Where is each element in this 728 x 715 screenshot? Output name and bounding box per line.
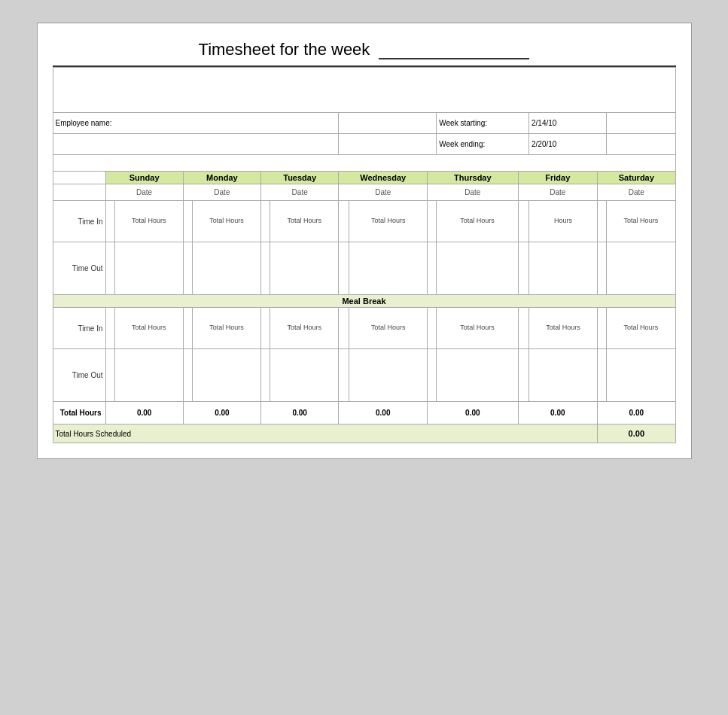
scheduled-value: 0.00 <box>598 424 675 443</box>
wednesday-total-2: Total Hours <box>349 308 428 349</box>
week-ending-value: 2/20/10 <box>528 134 606 155</box>
wednesday-timeout-2[interactable] <box>339 349 349 402</box>
monday-date: Date <box>183 184 260 201</box>
sunday-total-1: Total Hours <box>114 201 183 242</box>
monday-total-2: Total Hours <box>192 308 260 349</box>
time-out-row-1: Time Out <box>53 242 675 295</box>
sunday-total-value: 0.00 <box>105 402 183 424</box>
thursday-timeout-1[interactable] <box>428 242 437 295</box>
sunday-timeout-1[interactable] <box>105 242 114 295</box>
sunday-date: Date <box>105 184 183 201</box>
monday-header: Monday <box>183 172 260 184</box>
saturday-timein-2[interactable] <box>598 308 607 349</box>
tuesday-timein-1[interactable] <box>261 201 270 242</box>
wednesday-total-1: Total Hours <box>349 201 428 242</box>
monday-total-value: 0.00 <box>183 402 260 424</box>
time-in-label-1: Time In <box>53 201 105 242</box>
title-text: Timesheet for the week <box>199 40 370 59</box>
tuesday-timein-2[interactable] <box>261 308 270 349</box>
tuesday-timeout-1[interactable] <box>261 242 270 295</box>
time-out-row-2: Time Out <box>53 349 675 402</box>
wednesday-timein-2[interactable] <box>339 308 349 349</box>
friday-timeout-th-2 <box>528 349 597 402</box>
meal-break-row: Meal Break <box>53 295 675 308</box>
thursday-timeout-th-1 <box>437 242 518 295</box>
thursday-date: Date <box>428 184 518 201</box>
friday-date: Date <box>518 184 598 201</box>
time-in-label-2: Time In <box>53 308 105 349</box>
sunday-timeout-th-2 <box>114 349 183 402</box>
date-row: Date Date Date Date Date Date Date <box>53 184 675 201</box>
friday-header: Friday <box>518 172 598 184</box>
saturday-timein-1[interactable] <box>598 201 607 242</box>
friday-timeout-1[interactable] <box>518 242 528 295</box>
employee-row: Employee name: Week starting: 2/14/10 <box>53 113 675 134</box>
monday-timeout-1[interactable] <box>183 242 192 295</box>
thursday-timein-1[interactable] <box>428 201 437 242</box>
saturday-timeout-2[interactable] <box>598 349 607 402</box>
tuesday-total-value: 0.00 <box>261 402 339 424</box>
saturday-timeout-th-1 <box>607 242 675 295</box>
time-in-row-2: Time In Total Hours Total Hours Total Ho… <box>53 308 675 349</box>
monday-timeout-2[interactable] <box>183 349 192 402</box>
wednesday-total-value: 0.00 <box>339 402 428 424</box>
thursday-timeout-2[interactable] <box>428 349 437 402</box>
wednesday-timeout-th-2 <box>349 349 428 402</box>
top-spacer-row <box>53 68 675 113</box>
saturday-timeout-th-2 <box>607 349 675 402</box>
timesheet-page: Timesheet for the week Employee name: We… <box>37 23 692 459</box>
tuesday-total-2: Total Hours <box>270 308 339 349</box>
friday-total-1: Hours <box>528 201 597 242</box>
friday-total-value: 0.00 <box>518 402 598 424</box>
main-table: Employee name: Week starting: 2/14/10 We… <box>53 67 676 443</box>
tuesday-header: Tuesday <box>261 172 339 184</box>
friday-total-2: Total Hours <box>528 308 597 349</box>
sunday-timein-2[interactable] <box>105 308 114 349</box>
tuesday-timeout-th-1 <box>270 242 339 295</box>
monday-timein-2[interactable] <box>183 308 192 349</box>
saturday-total-value: 0.00 <box>598 402 675 424</box>
wednesday-timein-1[interactable] <box>339 201 349 242</box>
wednesday-date: Date <box>339 184 428 201</box>
sunday-timein-1[interactable] <box>105 201 114 242</box>
thursday-total-value: 0.00 <box>428 402 518 424</box>
saturday-timeout-1[interactable] <box>598 242 607 295</box>
monday-timeout-th-2 <box>192 349 260 402</box>
time-out-label-2: Time Out <box>53 349 105 402</box>
wednesday-timeout-1[interactable] <box>339 242 349 295</box>
tuesday-timeout-2[interactable] <box>261 349 270 402</box>
friday-timein-2[interactable] <box>518 308 528 349</box>
wednesday-timeout-th-1 <box>349 242 428 295</box>
week-ending-label: Week ending: <box>437 134 529 155</box>
saturday-date: Date <box>598 184 675 201</box>
thursday-header: Thursday <box>428 172 518 184</box>
week-starting-value: 2/14/10 <box>528 113 606 134</box>
total-hours-row: Total Hours 0.00 0.00 0.00 0.00 0.00 0.0… <box>53 402 675 424</box>
sunday-header: Sunday <box>105 172 183 184</box>
thursday-timeout-th-2 <box>437 349 518 402</box>
time-out-label-1: Time Out <box>53 242 105 295</box>
meal-break-label: Meal Break <box>53 295 675 308</box>
saturday-total-2: Total Hours <box>607 308 675 349</box>
scheduled-row: Total Hours Scheduled 0.00 <box>53 424 675 443</box>
sunday-timeout-2[interactable] <box>105 349 114 402</box>
tuesday-timeout-th-2 <box>270 349 339 402</box>
thursday-timein-2[interactable] <box>428 308 437 349</box>
monday-timein-1[interactable] <box>183 201 192 242</box>
employee-label: Employee name: <box>53 113 339 134</box>
monday-total-1: Total Hours <box>192 201 260 242</box>
week-starting-label: Week starting: <box>437 113 529 134</box>
friday-timeout-2[interactable] <box>518 349 528 402</box>
day-headers-row: Sunday Monday Tuesday Wednesday Thursday… <box>53 172 675 184</box>
friday-timein-1[interactable] <box>518 201 528 242</box>
sunday-total-2: Total Hours <box>114 308 183 349</box>
wednesday-header: Wednesday <box>339 172 428 184</box>
saturday-header: Saturday <box>598 172 675 184</box>
thursday-total-1: Total Hours <box>437 201 518 242</box>
scheduled-label: Total Hours Scheduled <box>53 424 598 443</box>
tuesday-date: Date <box>261 184 339 201</box>
saturday-total-1: Total Hours <box>607 201 675 242</box>
time-in-row-1: Time In Total Hours Total Hours Total Ho… <box>53 201 675 242</box>
monday-timeout-th-1 <box>192 242 260 295</box>
thursday-total-2: Total Hours <box>437 308 518 349</box>
